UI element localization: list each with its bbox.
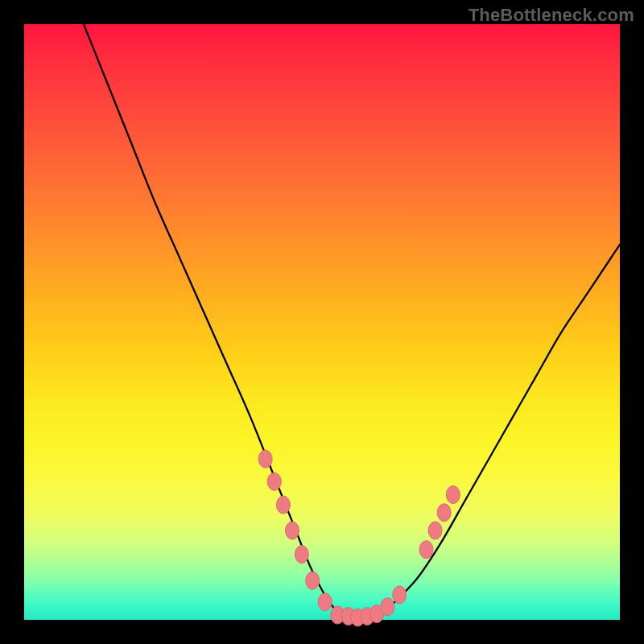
curve-marker (437, 504, 451, 522)
curve-marker (276, 496, 290, 514)
curve-marker (381, 598, 394, 616)
curve-marker (295, 546, 308, 564)
chart-frame: TheBottleneck.com (0, 0, 644, 644)
curve-marker (258, 450, 272, 468)
curve-marker (267, 473, 281, 490)
chart-svg (24, 24, 620, 620)
watermark-text: TheBottleneck.com (469, 5, 634, 26)
bottleneck-curve (84, 24, 620, 619)
curve-marker (446, 486, 460, 504)
curve-marker (286, 522, 299, 539)
plot-area (24, 24, 620, 620)
curve-marker (419, 541, 433, 559)
curve-marker (306, 572, 320, 589)
curve-marker (428, 522, 442, 539)
curve-marker (318, 593, 332, 611)
curve-marker (393, 586, 407, 604)
curve-markers (258, 450, 460, 626)
